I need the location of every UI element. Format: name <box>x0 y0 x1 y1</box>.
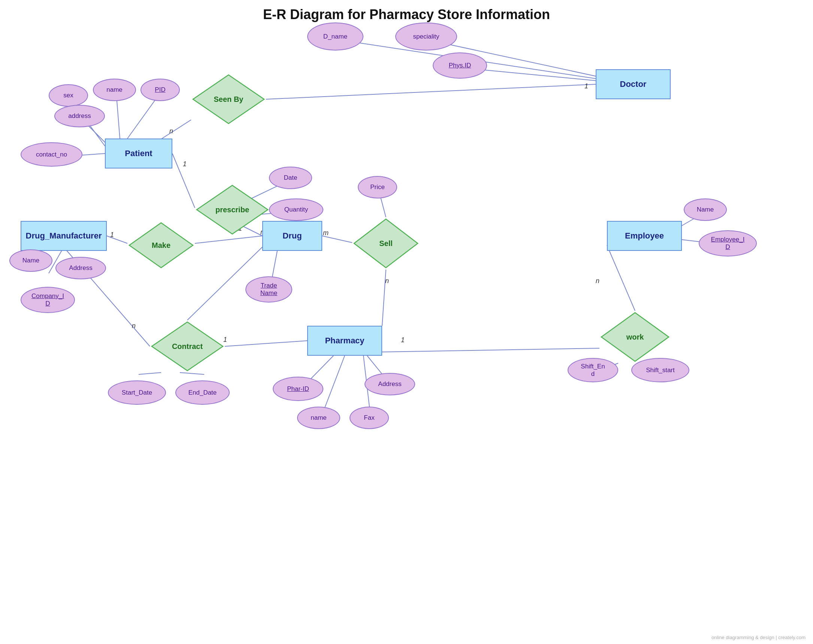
attr-quantity: Quantity <box>269 199 323 221</box>
svg-line-25 <box>139 373 161 375</box>
attr-date: Date <box>269 167 312 189</box>
entity-pharmacy: Pharmacy <box>307 326 382 356</box>
rel-make: Make <box>127 221 195 269</box>
card-seenby-doctor: 1 <box>584 83 588 90</box>
rel-work: work <box>600 311 670 363</box>
entity-patient: Patient <box>105 139 172 168</box>
attr-start-date: Start_Date <box>108 381 166 405</box>
watermark: online diagramming & design | creately.c… <box>712 635 805 640</box>
svg-line-14 <box>195 236 262 243</box>
diagram-title: E-R Diagram for Pharmacy Store Informati… <box>0 7 813 23</box>
attr-name-p: name <box>93 79 136 101</box>
attr-phar-id: Phar-ID <box>273 377 323 401</box>
entity-employee: Employee <box>607 221 682 251</box>
attr-phys-id: Phys.ID <box>433 52 487 79</box>
card-sell-pharmacy: n <box>385 277 389 285</box>
attr-end-date: End_Date <box>175 381 230 405</box>
rel-sell: Sell <box>352 217 420 269</box>
svg-line-35 <box>382 348 600 352</box>
card-work-pharmacy: 1 <box>401 336 405 344</box>
card-employee-work: n <box>596 277 600 285</box>
attr-trade-name: Trade Name <box>245 276 292 303</box>
attr-shift-end: Shift_En d <box>568 358 618 382</box>
svg-line-34 <box>607 245 635 311</box>
attr-address-ph: Address <box>365 373 415 395</box>
entity-drug: Drug <box>262 221 322 251</box>
attr-sex: sex <box>49 84 88 107</box>
svg-line-27 <box>225 341 307 346</box>
attr-d-name: D_name <box>307 23 364 50</box>
attr-name-ph: name <box>297 407 340 429</box>
attr-fax: Fax <box>350 407 389 429</box>
card-drug-sell: m <box>323 229 328 237</box>
entity-doctor: Doctor <box>596 69 670 99</box>
attr-name-e: Name <box>684 199 727 221</box>
attr-pid: PID <box>141 79 180 101</box>
attr-name-dm: Name <box>9 249 52 272</box>
entity-drug-manufacturer: Drug_Manufacturer <box>21 221 107 251</box>
card-seenby-patient: n <box>169 127 173 135</box>
rel-prescribe: prescribe <box>195 184 270 236</box>
attr-company-id: Company_I D <box>21 287 75 313</box>
attr-address-dm: Address <box>55 257 106 279</box>
attr-address-p: address <box>54 105 105 127</box>
svg-line-3 <box>266 84 596 99</box>
card-make-dm: 1 <box>110 231 114 239</box>
attr-contact-no: contact_no <box>21 142 83 167</box>
attr-shift-start: Shift_start <box>631 358 689 382</box>
svg-line-26 <box>180 373 204 375</box>
attr-employee-id: Employee_I D <box>699 230 757 257</box>
attr-price: Price <box>358 176 397 199</box>
rel-seen-by: Seen By <box>191 73 266 125</box>
card-contract-n: n <box>132 322 136 330</box>
rel-contract: Contract <box>150 320 225 373</box>
card-prescribe-patient: 1 <box>183 160 187 168</box>
er-diagram: E-R Diagram for Pharmacy Store Informati… <box>0 0 813 644</box>
attr-speciality: speciality <box>395 23 457 50</box>
